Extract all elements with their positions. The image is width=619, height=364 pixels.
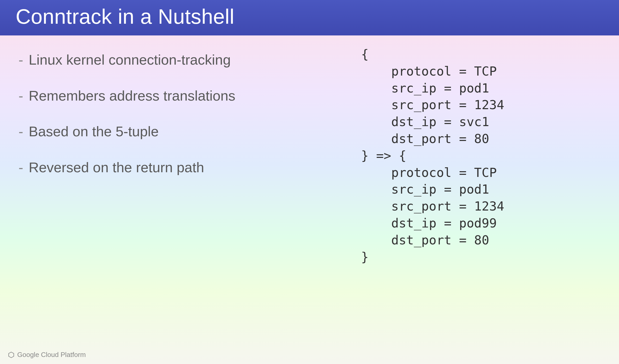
code-line: { bbox=[361, 47, 369, 61]
code-line: dst_ip = pod99 bbox=[361, 216, 497, 230]
svg-marker-0 bbox=[9, 352, 14, 358]
bullet-dash: - bbox=[13, 51, 29, 69]
code-line: } bbox=[361, 250, 369, 264]
bullet-item: - Remembers address translations bbox=[13, 87, 351, 105]
slide: Conntrack in a Nutshell - Linux kernel c… bbox=[0, 0, 619, 364]
code-line: protocol = TCP bbox=[361, 64, 497, 78]
code-line: dst_port = 80 bbox=[361, 131, 489, 146]
code-line: src_ip = pod1 bbox=[361, 81, 489, 95]
bullet-item: - Linux kernel connection-tracking bbox=[13, 51, 351, 69]
bullet-text: Remembers address translations bbox=[29, 87, 351, 105]
bullet-list: - Linux kernel connection-tracking - Rem… bbox=[3, 46, 361, 358]
code-block: { protocol = TCP src_ip = pod1 src_port … bbox=[361, 46, 619, 358]
code-line: dst_port = 80 bbox=[361, 233, 489, 247]
slide-body: - Linux kernel connection-tracking - Rem… bbox=[0, 35, 619, 358]
code-line: dst_ip = svc1 bbox=[361, 114, 489, 129]
footer-text: Google Cloud Platform bbox=[17, 351, 86, 359]
code-line: src_port = 1234 bbox=[361, 199, 504, 213]
code-line: src_port = 1234 bbox=[361, 97, 504, 112]
gcp-hex-icon bbox=[8, 351, 15, 358]
bullet-text: Linux kernel connection-tracking bbox=[29, 51, 351, 69]
bullet-dash: - bbox=[13, 159, 29, 176]
code-line: protocol = TCP bbox=[361, 165, 497, 180]
code-line: } => { bbox=[361, 148, 406, 163]
slide-title: Conntrack in a Nutshell bbox=[0, 0, 619, 35]
bullet-item: - Reversed on the return path bbox=[13, 159, 351, 176]
bullet-dash: - bbox=[13, 87, 29, 105]
bullet-text: Reversed on the return path bbox=[29, 159, 351, 176]
code-line: src_ip = pod1 bbox=[361, 182, 489, 196]
bullet-dash: - bbox=[13, 123, 29, 140]
bullet-text: Based on the 5-tuple bbox=[29, 123, 351, 140]
footer: Google Cloud Platform bbox=[8, 351, 86, 359]
bullet-item: - Based on the 5-tuple bbox=[13, 123, 351, 140]
